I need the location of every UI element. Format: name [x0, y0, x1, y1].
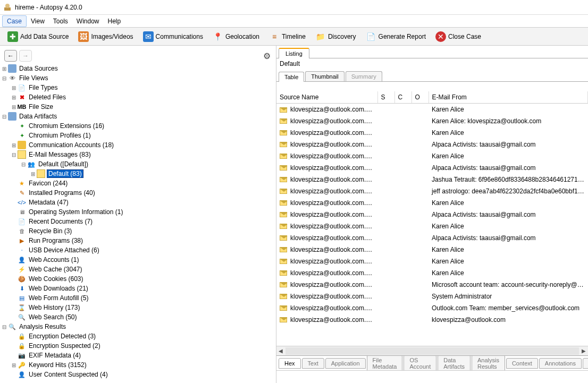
tree-user-content[interactable]: User Content Suspected (4) — [28, 371, 109, 378]
view-tab-thumbnail[interactable]: Thumbnail — [305, 71, 344, 81]
tree-os-info[interactable]: Operating System Information (1) — [28, 208, 124, 216]
tree-comm-accts[interactable]: Communication Accounts (18) — [28, 141, 115, 149]
tree-web-cache[interactable]: Web Cache (3047) — [28, 266, 83, 273]
tree-panel[interactable]: ← → ⚙ ⊞Data Sources ⊟👁File Views ⊞📄File … — [0, 46, 276, 383]
table-row[interactable]: klovespizza@outlook.com.ostKaren Alice — [276, 244, 588, 256]
tree-web-dl[interactable]: Web Downloads (21) — [28, 285, 89, 292]
menu-case[interactable]: Case — [2, 15, 27, 27]
expand-icon[interactable]: ⊞ — [11, 362, 17, 368]
collapse-icon[interactable]: ⊟ — [11, 152, 17, 158]
table-row[interactable]: klovespizza@outlook.com.ostSystem Admini… — [276, 291, 588, 302]
btab-hex[interactable]: Hex — [279, 358, 301, 369]
nav-forward-button[interactable]: → — [19, 50, 32, 62]
btab-application[interactable]: Application — [325, 358, 366, 369]
btab-annotations[interactable]: Annotations — [539, 358, 582, 369]
btab-file-metadata[interactable]: File Metadata — [367, 355, 403, 370]
btab-os-account[interactable]: OS Account — [404, 355, 436, 370]
table-row[interactable]: klovespizza@outlook.com.ostAlpaca Activi… — [276, 209, 588, 220]
table-row[interactable]: klovespizza@outlook.com.ostKaren Alice — [276, 104, 588, 115]
view-tab-summary[interactable]: Summary — [346, 71, 382, 81]
collapse-icon[interactable]: ⊟ — [1, 324, 7, 330]
expand-icon[interactable]: ⊞ — [1, 66, 7, 72]
tree-metadata[interactable]: Metadata (47) — [28, 199, 70, 206]
tab-listing[interactable]: Listing — [279, 48, 309, 58]
expand-icon[interactable]: ⊞ — [30, 171, 36, 177]
expand-icon[interactable]: ⊞ — [11, 85, 17, 91]
table-row[interactable]: klovespizza@outlook.com.ostOutlook.com T… — [276, 302, 588, 314]
tree-data-artifacts[interactable]: Data Artifacts — [18, 113, 58, 120]
scroll-right-icon[interactable]: ▶ — [579, 348, 588, 354]
tree-usb[interactable]: USB Device Attached (6) — [28, 246, 100, 254]
tree-web-form[interactable]: Web Form Autofill (5) — [28, 294, 89, 302]
tree-web-search[interactable]: Web Search (50) — [28, 313, 78, 321]
add-data-source-button[interactable]: ✚ Add Data Source — [3, 30, 73, 44]
col-c[interactable]: C — [394, 91, 411, 104]
tree-deleted-files[interactable]: Deleted Files — [28, 93, 67, 101]
tree-file-types[interactable]: File Types — [28, 84, 58, 91]
menu-window[interactable]: Window — [72, 16, 104, 27]
view-tab-table[interactable]: Table — [279, 72, 304, 82]
btab-data-artifacts[interactable]: Data Artifacts — [438, 355, 471, 370]
results-table-wrap[interactable]: Source Name S C O E-Mail From klovespizz… — [276, 91, 588, 346]
tree-default-group[interactable]: Default ([Default]) — [37, 160, 89, 168]
tree-analysis-results[interactable]: Analysis Results — [18, 323, 67, 330]
tree-file-size[interactable]: File Size — [28, 103, 54, 110]
table-row[interactable]: klovespizza@outlook.com.ostKaren Alice — [276, 256, 588, 267]
nav-back-button[interactable]: ← — [4, 50, 17, 62]
table-row[interactable]: klovespizza@outlook.com.ostKaren Alice — [276, 197, 588, 209]
menu-help[interactable]: Help — [104, 16, 125, 27]
tree-chrome-ext[interactable]: Chromium Extensions (16) — [28, 122, 105, 130]
table-row[interactable]: klovespizza@outlook.com.ostKaren Alice — [276, 150, 588, 162]
tree-recent[interactable]: Recent Documents (7) — [28, 218, 94, 225]
tree-web-cookies[interactable]: Web Cookies (603) — [28, 275, 85, 283]
communications-button[interactable]: ✉ Communications — [139, 30, 207, 44]
tree-email-messages[interactable]: E-Mail Messages (83) — [28, 151, 92, 158]
tree-web-acct[interactable]: Web Accounts (1) — [28, 256, 80, 263]
tree-kw-hits[interactable]: Keyword Hits (3152) — [28, 361, 88, 369]
expand-icon[interactable]: ⊞ — [11, 104, 17, 110]
tree-recycle[interactable]: Recycle Bin (3) — [28, 227, 73, 235]
btab-other[interactable]: Other — [583, 358, 588, 369]
gear-icon[interactable]: ⚙ — [261, 50, 273, 62]
table-row[interactable]: klovespizza@outlook.com.ostKaren Alice: … — [276, 115, 588, 127]
scroll-left-icon[interactable]: ◀ — [276, 348, 285, 354]
tree-enc-susp[interactable]: Encryption Suspected (2) — [28, 342, 102, 350]
generate-report-button[interactable]: 📄 Generate Report — [362, 30, 430, 44]
expand-icon[interactable]: ⊞ — [11, 95, 17, 100]
tree-favicon[interactable]: Favicon (244) — [28, 180, 69, 187]
table-row[interactable]: klovespizza@outlook.com.ostAlpaca Activi… — [276, 162, 588, 174]
tree-default-selected[interactable]: Default (83) — [47, 169, 83, 178]
tree-chrome-prof[interactable]: Chromium Profiles (1) — [28, 132, 92, 139]
discovery-button[interactable]: 📁 Discovery — [311, 30, 360, 44]
tree-web-hist[interactable]: Web History (173) — [28, 304, 81, 311]
col-email-from[interactable]: E-Mail From — [429, 91, 588, 104]
table-row[interactable]: klovespizza@outlook.com.ostKaren Alice — [276, 220, 588, 232]
tree-exif[interactable]: EXIF Metadata (4) — [28, 352, 82, 359]
horizontal-scrollbar[interactable]: ◀ ▶ — [276, 346, 588, 355]
table-row[interactable]: klovespizza@outlook.com.ostKaren Alice — [276, 127, 588, 139]
table-row[interactable]: klovespizza@outlook.com.ostMicrosoft acc… — [276, 279, 588, 291]
col-source-name[interactable]: Source Name — [276, 91, 377, 104]
menu-view[interactable]: View — [27, 16, 49, 27]
geolocation-button[interactable]: 📍 Geolocation — [208, 30, 264, 44]
table-row[interactable]: klovespizza@outlook.com.ostJashua Tetrau… — [276, 174, 588, 185]
table-row[interactable]: klovespizza@outlook.com.ostAlpaca Activi… — [276, 139, 588, 150]
collapse-icon[interactable]: ⊟ — [1, 114, 7, 120]
col-o[interactable]: O — [411, 91, 429, 104]
collapse-icon[interactable]: ⊟ — [20, 161, 27, 167]
scroll-track[interactable] — [285, 347, 579, 355]
expand-icon[interactable]: ⊞ — [11, 142, 17, 148]
col-s[interactable]: S — [377, 91, 394, 104]
tree-run-prog[interactable]: Run Programs (38) — [28, 237, 84, 244]
tree-data-sources[interactable]: Data Sources — [18, 65, 59, 72]
tree-file-views[interactable]: File Views — [18, 74, 49, 82]
btab-analysis-results[interactable]: Analysis Results — [472, 355, 505, 370]
collapse-icon[interactable]: ⊟ — [1, 75, 7, 81]
images-videos-button[interactable]: 🖼 Images/Videos — [74, 30, 137, 44]
btab-context[interactable]: Context — [506, 358, 538, 369]
tree-installed[interactable]: Installed Programs (40) — [28, 189, 96, 197]
table-row[interactable]: klovespizza@outlook.com.ostjeff astrolog… — [276, 185, 588, 197]
table-row[interactable]: klovespizza@outlook.com.ostklovespizza@o… — [276, 314, 588, 326]
menu-tools[interactable]: Tools — [49, 16, 72, 27]
btab-text[interactable]: Text — [302, 358, 324, 369]
